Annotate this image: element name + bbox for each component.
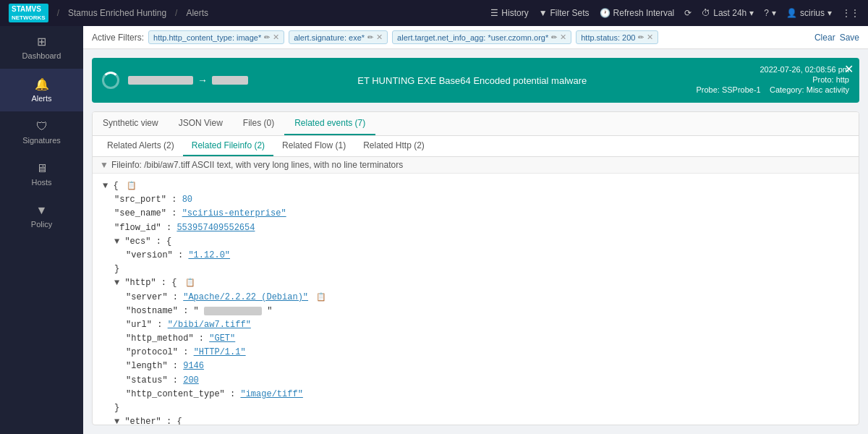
- sidebar-item-hosts[interactable]: 🖥 Hosts: [0, 153, 83, 195]
- filter-chip-net-info: alert.target.net_info_agg: *user.czomn.o…: [392, 30, 571, 44]
- main-tabs: Synthetic view JSON View Files (0) Relat…: [93, 112, 859, 136]
- filter-chip-text3: alert.target.net_info_agg: *user.czomn.o…: [397, 33, 548, 42]
- detail-panel: Synthetic view JSON View Files (0) Relat…: [92, 111, 859, 425]
- edit-filter-icon4[interactable]: ✏: [638, 33, 644, 41]
- refresh-nav[interactable]: 🕐 Refresh Interval: [600, 8, 675, 18]
- sidebar: ⊞ Dashboard 🔔 Alerts 🛡 Signatures 🖥 Host…: [0, 26, 83, 434]
- collapse-icon[interactable]: ▼: [103, 181, 108, 191]
- brand: STAMVS NETWORKS: [9, 4, 48, 22]
- chevron-down-icon3: ▾: [827, 8, 832, 18]
- close-filter-icon[interactable]: ✕: [273, 33, 279, 42]
- fileinfo-path: Fileinfo: /bibi/aw7.tiff ASCII text, wit…: [111, 160, 403, 170]
- json-http-status: "status" : 200: [103, 374, 848, 388]
- filters-bar: Active Filters: http.http_content_type: …: [83, 26, 868, 49]
- copy-icon[interactable]: 📋: [127, 182, 137, 190]
- filter-icon: ▼: [539, 8, 548, 18]
- sub-tabs: Related Alerts (2) Related Fileinfo (2) …: [93, 136, 859, 157]
- history-icon: ☰: [490, 8, 498, 18]
- alert-meta: 2022-07-26, 02:08:56 pm Proto: http Prob…: [696, 65, 849, 95]
- shield-icon: 🛡: [36, 120, 48, 133]
- json-src-port: "src_port" : 80: [103, 193, 848, 207]
- json-line: ▼ { 📋: [103, 179, 848, 193]
- bell-icon: 🔔: [35, 77, 49, 91]
- history-nav[interactable]: ☰ History: [490, 8, 528, 18]
- sidebar-item-alerts[interactable]: 🔔 Alerts: [0, 69, 83, 111]
- save-filters-link[interactable]: Save: [840, 33, 859, 43]
- json-ecs-close: }: [103, 263, 848, 276]
- user-nav[interactable]: 👤 scirius ▾: [786, 8, 832, 18]
- collapse-http[interactable]: ▼: [114, 278, 119, 288]
- filter-sets-nav[interactable]: ▼ Filter Sets: [539, 8, 590, 18]
- last24h-nav[interactable]: ⏱ Last 24h ▾: [702, 8, 754, 18]
- close-filter-icon2[interactable]: ✕: [376, 33, 383, 42]
- sidebar-item-policy[interactable]: ▼ Policy: [0, 195, 83, 237]
- json-http-content-type: "http_content_type" : "image/tiff": [103, 388, 848, 401]
- refresh-icon: ⟳: [684, 8, 692, 18]
- tab-synthetic[interactable]: Synthetic view: [93, 112, 169, 135]
- chevron-down-icon2: ▾: [772, 8, 776, 18]
- clear-filters-link[interactable]: Clear: [814, 33, 835, 43]
- time-icon: ⏱: [702, 8, 710, 18]
- json-ecs-open: ▼ "ecs" : {: [103, 235, 848, 249]
- separator2: /: [175, 8, 177, 18]
- grid-nav[interactable]: ⋮⋮: [842, 8, 859, 18]
- json-http-hostname: "hostname" : " ": [103, 305, 848, 318]
- spinner: [102, 72, 119, 89]
- subtab-related-alerts[interactable]: Related Alerts (2): [98, 136, 183, 156]
- refresh-icon-nav[interactable]: ⟳: [684, 8, 692, 18]
- collapse-fileinfo-icon[interactable]: ▼: [100, 160, 109, 170]
- json-http-method: "http_method" : "GET": [103, 332, 848, 346]
- grid-icon: ⋮⋮: [842, 8, 859, 18]
- alert-card: → ET HUNTING EXE Base64 Encoded potentia…: [92, 58, 859, 103]
- breadcrumb-alerts: Alerts: [186, 8, 208, 18]
- copy-server-icon[interactable]: 📋: [316, 293, 326, 302]
- subtab-related-fileinfo[interactable]: Related Fileinfo (2): [183, 136, 273, 156]
- close-filter-icon4[interactable]: ✕: [647, 33, 653, 42]
- filter-chip-content-type: http.http_content_type: image* ✏ ✕: [148, 30, 284, 44]
- tab-json[interactable]: JSON View: [169, 112, 233, 135]
- json-http-url: "url" : "/bibi/aw7.tiff": [103, 318, 848, 332]
- json-ecs-version: "version" : "1.12.0": [103, 249, 848, 263]
- copy-http-icon[interactable]: 📋: [185, 278, 195, 287]
- clock-icon: 🕐: [600, 8, 610, 18]
- logo: STAMVS NETWORKS: [9, 4, 48, 22]
- hostname-redacted: [204, 307, 262, 315]
- json-ether-open: ▼ "ether" : {: [103, 415, 848, 425]
- tab-related-events[interactable]: Related events (7): [284, 112, 375, 135]
- content-area: Active Filters: http.http_content_type: …: [83, 26, 868, 434]
- main-layout: ⊞ Dashboard 🔔 Alerts 🛡 Signatures 🖥 Host…: [0, 26, 868, 434]
- json-http-protocol: "protocol" : "HTTP/1.1": [103, 346, 848, 359]
- json-flow-id: "flow_id" : 553957409552654: [103, 221, 848, 235]
- sidebar-item-signatures[interactable]: 🛡 Signatures: [0, 111, 83, 153]
- collapse-ether[interactable]: ▼: [114, 417, 119, 425]
- edit-filter-icon[interactable]: ✏: [264, 33, 270, 41]
- filters-label: Active Filters:: [92, 33, 144, 43]
- separator: /: [57, 8, 59, 18]
- json-http-length: "length" : 9146: [103, 359, 848, 373]
- tab-files[interactable]: Files (0): [233, 112, 284, 135]
- close-alert-button[interactable]: ✕: [844, 62, 854, 76]
- filter-chip-text2: alert.signature: exe*: [294, 33, 365, 42]
- breadcrumb-hunting: Stamus Enriched Hunting: [68, 8, 166, 18]
- help-icon: ?: [764, 8, 769, 18]
- alert-probe-category: Probe: SSProbe-1 Category: Misc activity: [696, 85, 849, 94]
- filters-actions: Clear Save: [814, 33, 859, 43]
- help-nav[interactable]: ? ▾: [764, 8, 776, 18]
- subtab-related-flow[interactable]: Related Flow (1): [273, 136, 354, 156]
- json-http-close: }: [103, 401, 848, 415]
- policy-icon: ▼: [36, 204, 48, 217]
- json-http-open: ▼ "http" : { 📋: [103, 276, 848, 290]
- json-see-name: "see_name" : "scirius-enterprise": [103, 207, 848, 221]
- dst-ip-bar: [212, 76, 248, 85]
- alert-title: ET HUNTING EXE Base64 Encoded potential …: [257, 75, 687, 86]
- filter-chip-text4: http.status: 200: [581, 33, 635, 42]
- collapse-ecs[interactable]: ▼: [114, 237, 119, 247]
- json-http-server: "server" : "Apache/2.2.22 (Debian)" 📋: [103, 291, 848, 305]
- subtab-related-http[interactable]: Related Http (2): [354, 136, 433, 156]
- close-filter-icon3[interactable]: ✕: [560, 33, 566, 42]
- edit-filter-icon2[interactable]: ✏: [367, 33, 373, 41]
- navbar-right: ☰ History ▼ Filter Sets 🕐 Refresh Interv…: [490, 8, 859, 18]
- edit-filter-icon3[interactable]: ✏: [551, 33, 557, 41]
- alert-timestamp: 2022-07-26, 02:08:56 pm: [696, 65, 849, 74]
- sidebar-item-dashboard[interactable]: ⊞ Dashboard: [0, 26, 83, 69]
